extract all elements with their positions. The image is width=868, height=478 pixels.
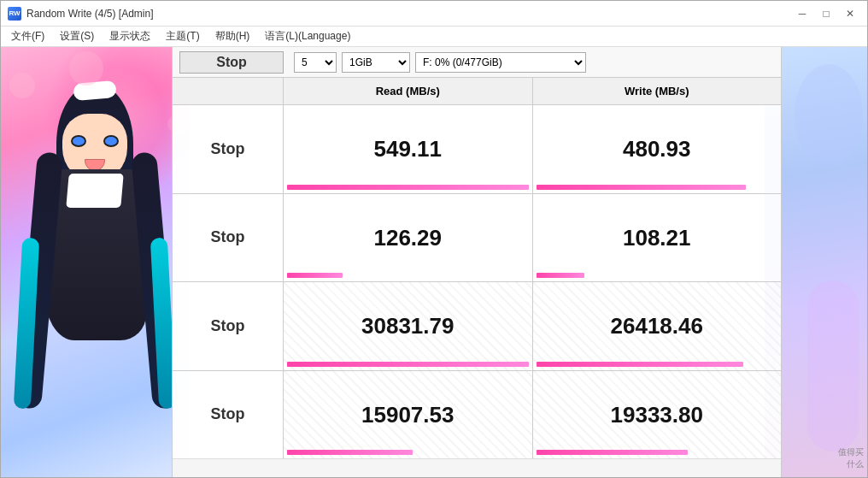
maximize-button[interactable]: □ — [816, 6, 836, 21]
watermark: 值得买什么 — [838, 446, 864, 470]
write-cell-1: 108.21 — [533, 194, 782, 282]
write-progress-0 — [537, 185, 778, 190]
stop-button-1[interactable]: Stop — [173, 194, 284, 282]
table-row: Stop 549.11 480.93 — [173, 105, 781, 194]
menu-help[interactable]: 帮助(H) — [208, 27, 257, 45]
read-cell-3: 15907.53 — [284, 371, 533, 459]
size-select[interactable]: 1GiB — [342, 52, 410, 73]
write-value-2: 26418.46 — [611, 315, 703, 337]
window-title: Random Write (4/5) [Admin] — [26, 8, 154, 20]
table-row: Stop 15907.53 19333.80 — [173, 371, 781, 459]
read-value-3: 15907.53 — [361, 404, 454, 426]
stop-button-2[interactable]: Stop — [173, 282, 284, 370]
title-bar-left: RW Random Write (4/5) [Admin] — [8, 7, 154, 21]
data-rows: Stop 549.11 480.93 — [173, 105, 781, 458]
menu-theme[interactable]: 主题(T) — [159, 27, 206, 45]
read-bar-2 — [287, 362, 529, 367]
table-row: Stop 126.29 108.21 — [173, 194, 781, 283]
controls-row: Stop 5 1GiB F: 0% (0/477GiB) — [173, 47, 781, 78]
main-window: RW Random Write (4/5) [Admin] ─ □ ✕ 文件(F… — [0, 0, 868, 478]
read-value-0: 549.11 — [373, 138, 442, 160]
write-bar-2 — [537, 362, 744, 367]
write-bar-3 — [537, 450, 689, 455]
bottom-bar — [173, 458, 781, 477]
menu-settings[interactable]: 设置(S) — [53, 27, 101, 45]
read-progress-0 — [287, 185, 529, 190]
app-icon: RW — [8, 7, 21, 21]
read-cell-2: 30831.79 — [284, 282, 533, 370]
write-progress-1 — [537, 273, 778, 278]
title-bar-controls: ─ □ ✕ — [792, 6, 860, 21]
write-progress-2 — [537, 362, 778, 367]
write-cell-0: 480.93 — [533, 105, 782, 193]
write-progress-3 — [537, 450, 778, 455]
read-bar-3 — [287, 450, 413, 455]
read-bar-0 — [287, 185, 529, 190]
background-left — [1, 47, 189, 477]
top-stop-label: Stop — [216, 55, 247, 70]
menu-display[interactable]: 显示状态 — [103, 27, 157, 45]
close-button[interactable]: ✕ — [840, 6, 860, 21]
write-value-0: 480.93 — [623, 138, 691, 160]
anime-girl-figure — [9, 67, 180, 477]
read-value-2: 30831.79 — [361, 315, 454, 337]
read-bar-1 — [287, 273, 343, 278]
data-panel: Stop 5 1GiB F: 0% (0/477GiB) Read (MB/s)… — [172, 47, 782, 477]
write-value-1: 108.21 — [623, 227, 691, 249]
minimize-button[interactable]: ─ — [792, 6, 812, 21]
write-bar-1 — [537, 273, 585, 278]
read-progress-3 — [287, 450, 529, 455]
menu-file[interactable]: 文件(F) — [4, 27, 51, 45]
blossom-3 — [69, 51, 103, 86]
read-cell-0: 549.11 — [284, 105, 533, 193]
stop-button-3[interactable]: Stop — [173, 371, 284, 459]
label-header — [173, 78, 284, 104]
write-cell-3: 19333.80 — [533, 371, 782, 459]
menu-bar: 文件(F) 设置(S) 显示状态 主题(T) 帮助(H) 语言(L)(Langu… — [1, 27, 867, 47]
read-cell-1: 126.29 — [284, 194, 533, 282]
main-content: 值得买什么 Stop 5 1GiB F: 0% (0/477GiB) — [1, 47, 867, 477]
menu-language[interactable]: 语言(L)(Language) — [258, 27, 357, 45]
drive-select[interactable]: F: 0% (0/477GiB) — [415, 52, 586, 73]
read-header: Read (MB/s) — [284, 78, 533, 104]
column-headers: Read (MB/s) Write (MB/s) — [173, 78, 781, 105]
blossom-1 — [9, 73, 35, 98]
stop-button-0[interactable]: Stop — [173, 105, 284, 193]
write-cell-2: 26418.46 — [533, 282, 782, 370]
table-row: Stop 30831.79 26418.46 — [173, 282, 781, 371]
read-progress-2 — [287, 362, 529, 367]
write-value-3: 19333.80 — [611, 404, 703, 426]
top-stop-button[interactable]: Stop — [179, 51, 284, 74]
write-bar-0 — [537, 185, 747, 190]
count-select[interactable]: 5 — [294, 52, 337, 73]
read-value-1: 126.29 — [373, 227, 442, 249]
read-progress-1 — [287, 273, 529, 278]
write-header: Write (MB/s) — [533, 78, 782, 104]
title-bar: RW Random Write (4/5) [Admin] ─ □ ✕ — [1, 1, 867, 27]
